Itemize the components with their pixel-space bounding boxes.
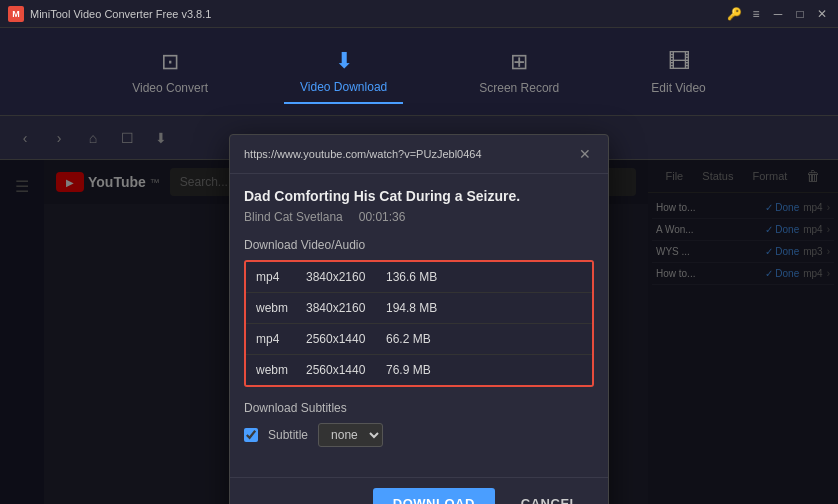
download-resolution: 3840x2160: [306, 301, 386, 315]
download-option[interactable]: mp4 3840x2160 136.6 MB: [246, 262, 592, 293]
modal-header: https://www.youtube.com/watch?v=PUzJebl0…: [230, 135, 608, 174]
download-option[interactable]: webm 2560x1440 76.9 MB: [246, 355, 592, 385]
toolbar-screen-record-label: Screen Record: [479, 81, 559, 95]
download-section-label: Download Video/Audio: [244, 238, 594, 252]
download-button[interactable]: DOWNLOAD: [373, 488, 495, 504]
modal-body: Dad Comforting His Cat During a Seizure.…: [230, 174, 608, 477]
subtitle-label: Subtitle: [268, 428, 308, 442]
video-convert-icon: ⊡: [161, 49, 179, 75]
modal-meta: Blind Cat Svetlana 00:01:36: [244, 210, 594, 224]
modal-close-button[interactable]: ✕: [576, 145, 594, 163]
window-controls: 🔑 ≡ ─ □ ✕: [726, 6, 830, 22]
modal-duration: 00:01:36: [359, 210, 406, 224]
download-format: webm: [256, 363, 306, 377]
download-nav-button[interactable]: ⬇: [148, 125, 174, 151]
subtitle-section-label: Download Subtitles: [244, 401, 594, 415]
subtitle-select[interactable]: none: [318, 423, 383, 447]
download-option[interactable]: webm 3840x2160 194.8 MB: [246, 293, 592, 324]
forward-button[interactable]: ›: [46, 125, 72, 151]
modal-footer: DOWNLOAD CANCEL: [230, 477, 608, 504]
menu-icon[interactable]: ≡: [748, 6, 764, 22]
download-options-list: mp4 3840x2160 136.6 MB webm 3840x2160 19…: [244, 260, 594, 387]
toolbar-video-download[interactable]: ⬇ Video Download: [284, 40, 403, 104]
download-size: 194.8 MB: [386, 301, 582, 315]
download-format: webm: [256, 301, 306, 315]
download-format: mp4: [256, 332, 306, 346]
toolbar-video-convert[interactable]: ⊡ Video Convert: [116, 41, 224, 103]
subtitle-section: Download Subtitles Subtitle none: [244, 401, 594, 447]
close-button[interactable]: ✕: [814, 6, 830, 22]
app-title: MiniTool Video Converter Free v3.8.1: [30, 8, 211, 20]
subtitle-checkbox[interactable]: [244, 428, 258, 442]
download-size: 76.9 MB: [386, 363, 582, 377]
modal-video-title: Dad Comforting His Cat During a Seizure.: [244, 188, 594, 204]
toolbar-video-convert-label: Video Convert: [132, 81, 208, 95]
main-toolbar: ⊡ Video Convert ⬇ Video Download ⊞ Scree…: [0, 28, 838, 116]
screen-record-icon: ⊞: [510, 49, 528, 75]
download-option[interactable]: mp4 2560x1440 66.2 MB: [246, 324, 592, 355]
minimize-button[interactable]: ─: [770, 6, 786, 22]
modal-channel: Blind Cat Svetlana: [244, 210, 343, 224]
app-icon: M: [8, 6, 24, 22]
download-resolution: 2560x1440: [306, 332, 386, 346]
download-size: 66.2 MB: [386, 332, 582, 346]
home-button[interactable]: ⌂: [80, 125, 106, 151]
download-size: 136.6 MB: [386, 270, 582, 284]
content-area: ☰ YouTube ™ Search... Try sear... Start …: [0, 160, 838, 504]
modal-url: https://www.youtube.com/watch?v=PUzJebl0…: [244, 148, 576, 160]
cancel-button[interactable]: CANCEL: [505, 488, 594, 504]
toolbar-video-download-label: Video Download: [300, 80, 387, 94]
toolbar-edit-video-label: Edit Video: [651, 81, 706, 95]
maximize-button[interactable]: □: [792, 6, 808, 22]
subtitle-row: Subtitle none: [244, 423, 594, 447]
download-format: mp4: [256, 270, 306, 284]
back-button[interactable]: ‹: [12, 125, 38, 151]
toolbar-edit-video[interactable]: 🎞 Edit Video: [635, 41, 722, 103]
edit-video-icon: 🎞: [668, 49, 690, 75]
page-button[interactable]: ☐: [114, 125, 140, 151]
download-modal: https://www.youtube.com/watch?v=PUzJebl0…: [229, 134, 609, 504]
download-resolution: 2560x1440: [306, 363, 386, 377]
toolbar-screen-record[interactable]: ⊞ Screen Record: [463, 41, 575, 103]
download-resolution: 3840x2160: [306, 270, 386, 284]
title-bar-left: M MiniTool Video Converter Free v3.8.1: [8, 6, 211, 22]
title-bar: M MiniTool Video Converter Free v3.8.1 🔑…: [0, 0, 838, 28]
settings-icon[interactable]: 🔑: [726, 6, 742, 22]
video-download-icon: ⬇: [335, 48, 353, 74]
